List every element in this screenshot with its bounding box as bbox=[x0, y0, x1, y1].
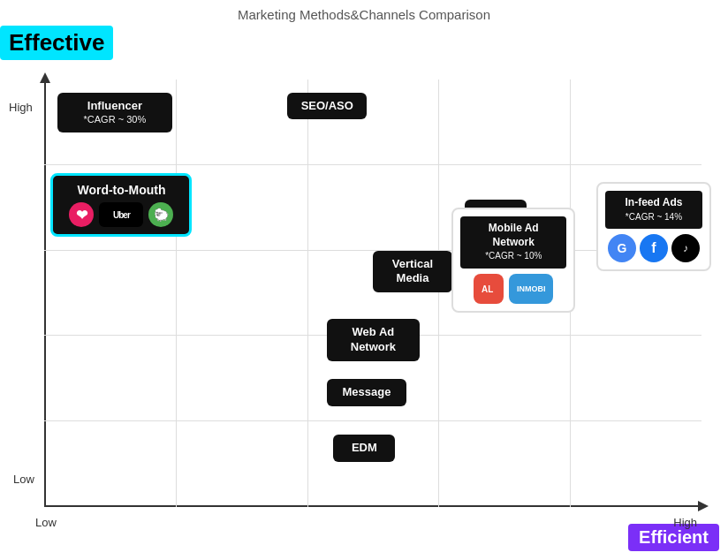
chart-area: High Low Low High Influencer *CAGR ~ 30%… bbox=[44, 79, 701, 507]
word-to-mouth-item: Word-to-Mouth ❤ Uber 🐑 bbox=[50, 173, 192, 237]
y-axis-low: Low bbox=[13, 473, 34, 486]
svg-text:AL: AL bbox=[482, 284, 493, 294]
heart-icon: ❤ bbox=[69, 202, 94, 227]
facebook-icon: f bbox=[640, 234, 668, 262]
google-icon: G bbox=[608, 234, 636, 262]
vertical-media-item: VerticalMedia bbox=[373, 251, 452, 293]
applovin-icon: AL bbox=[474, 274, 504, 304]
infeed-ads-item: In-feed Ads *CAGR ~ 14% G f ♪ bbox=[596, 182, 711, 271]
message-item: Message bbox=[327, 379, 406, 406]
effective-label: Effective bbox=[0, 26, 113, 60]
uber-icon: Uber bbox=[99, 202, 143, 227]
x-axis-high: High bbox=[673, 516, 697, 529]
sheep-icon: 🐑 bbox=[148, 202, 173, 227]
influencer-item: Influencer *CAGR ~ 30% bbox=[57, 93, 172, 132]
seo-aso-item: SEO/ASO bbox=[287, 93, 367, 120]
mobile-ad-network-item: Mobile Ad Network *CAGR ~ 10% AL INMOBI bbox=[451, 208, 575, 313]
edm-item: EDM bbox=[333, 435, 395, 462]
chart-title: Marketing Methods&Channels Comparison bbox=[0, 0, 728, 22]
web-ad-network-item: Web AdNetwork bbox=[327, 319, 420, 361]
x-axis bbox=[44, 505, 701, 507]
tiktok-icon: ♪ bbox=[671, 234, 700, 262]
inmobi-icon: INMOBI bbox=[509, 274, 553, 304]
y-axis-high: High bbox=[9, 101, 33, 114]
x-axis-low: Low bbox=[35, 516, 57, 529]
y-axis bbox=[44, 79, 46, 507]
